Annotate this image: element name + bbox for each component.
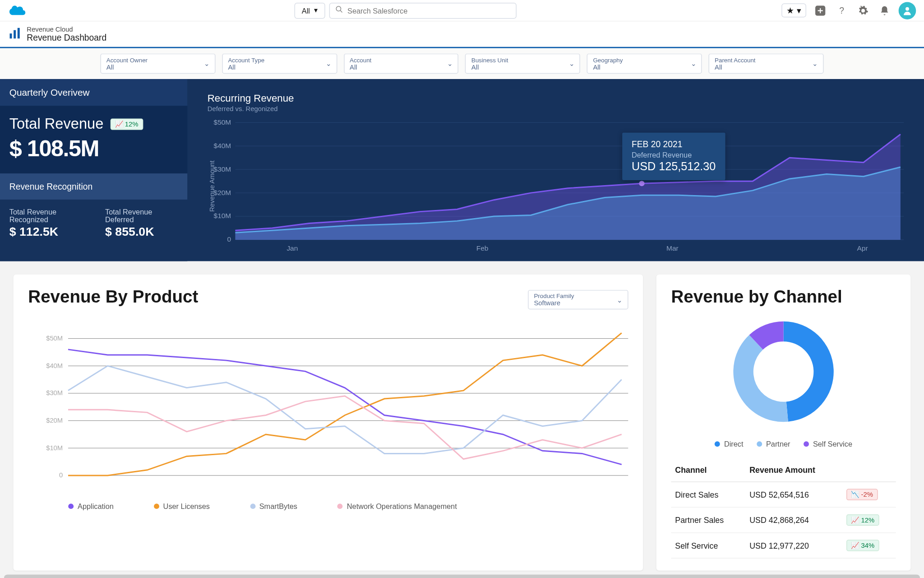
total-revenue-value: $ 108.5M bbox=[9, 135, 178, 162]
chevron-down-icon: ⌄ bbox=[812, 60, 818, 67]
trend-up-icon: 📈 bbox=[115, 120, 123, 127]
total-revenue-card: Total Revenue 📈 12% $ 108.5M bbox=[0, 106, 187, 173]
total-revenue-label: Total Revenue bbox=[9, 115, 104, 133]
svg-point-0 bbox=[337, 6, 341, 11]
filter-account-owner[interactable]: Account OwnerAll⌄ bbox=[100, 54, 215, 74]
bell-icon[interactable] bbox=[877, 3, 892, 18]
chevron-down-icon: ⌄ bbox=[617, 296, 622, 303]
legend-item[interactable]: Network Operations Management bbox=[337, 502, 457, 510]
add-icon[interactable] bbox=[813, 3, 828, 18]
legend-item[interactable]: SmartBytes bbox=[250, 502, 297, 510]
trend-up-icon: 📈 bbox=[851, 542, 859, 549]
svg-text:$50M: $50M bbox=[46, 335, 63, 342]
legend-item[interactable]: Self Service bbox=[804, 440, 852, 448]
svg-text:Jan: Jan bbox=[286, 244, 298, 252]
svg-text:Revenue Amount: Revenue Amount bbox=[208, 160, 216, 212]
metric-deferred-value: $ 855.0K bbox=[105, 225, 178, 239]
filter-value: Software bbox=[534, 299, 622, 307]
search-scope-label: All bbox=[302, 6, 310, 14]
gear-icon[interactable] bbox=[856, 3, 871, 18]
global-header: All ▾ ★ ▾ ? bbox=[0, 0, 924, 21]
tooltip-date: FEB 20 2021 bbox=[632, 139, 716, 149]
filter-geography[interactable]: GeographyAll⌄ bbox=[587, 54, 702, 74]
recurring-revenue-chart[interactable]: 0$10M$20M$30M$40M$50MRevenue AmountJanFe… bbox=[208, 119, 904, 253]
svg-text:Mar: Mar bbox=[666, 244, 679, 252]
recurring-chart-title: Recurring Revenue bbox=[208, 93, 904, 104]
svg-text:0: 0 bbox=[59, 471, 63, 479]
hero-section: Quarterly Overivew Total Revenue 📈 12% $… bbox=[0, 79, 924, 261]
trend-value: 12% bbox=[125, 120, 139, 127]
legend-item[interactable]: Direct bbox=[715, 440, 743, 448]
chevron-down-icon: ⌄ bbox=[691, 60, 696, 67]
chevron-down-icon: ⌄ bbox=[204, 60, 209, 67]
trend-badge: 📉 -2% bbox=[846, 489, 878, 500]
channel-chart-title: Revenue by Channel bbox=[671, 287, 896, 308]
star-icon: ★ bbox=[786, 5, 795, 15]
chart-tooltip: FEB 20 2021 Deferred Revenue USD 125,512… bbox=[622, 133, 725, 180]
svg-rect-4 bbox=[10, 33, 12, 38]
table-row: Self ServiceUSD 12,977,220📈 34% bbox=[671, 533, 896, 558]
tooltip-series: Deferred Revenue bbox=[632, 151, 716, 159]
table-row: Partner SalesUSD 42,868,264📈 12% bbox=[671, 507, 896, 532]
horizontal-scrollbar[interactable] bbox=[4, 574, 920, 578]
chevron-down-icon: ⌄ bbox=[447, 60, 453, 67]
page-title: Revenue Dashboard bbox=[27, 33, 106, 43]
dashboard-icon bbox=[8, 27, 22, 42]
channel-donut-chart[interactable]: DirectPartnerSelf Service bbox=[671, 312, 896, 448]
trend-down-icon: 📉 bbox=[851, 491, 859, 498]
svg-text:0: 0 bbox=[227, 236, 231, 243]
channel-table: Channel Revenue Amount Direct SalesUSD 5… bbox=[671, 459, 896, 559]
svg-text:$10M: $10M bbox=[214, 212, 231, 220]
metric-recognized-value: $ 112.5K bbox=[9, 225, 92, 239]
channel-legend: DirectPartnerSelf Service bbox=[715, 440, 852, 448]
col-amount: Revenue Amount bbox=[745, 459, 842, 482]
chevron-down-icon: ⌄ bbox=[569, 60, 574, 67]
product-chart[interactable]: 0$10M$20M$30M$40M$50M bbox=[28, 322, 628, 496]
filter-label: Product Family bbox=[534, 293, 622, 299]
trend-badge: 📈 12% bbox=[110, 118, 143, 130]
svg-text:$40M: $40M bbox=[46, 362, 63, 369]
svg-text:$30M: $30M bbox=[214, 165, 231, 173]
filter-business-unit[interactable]: Business UnitAll⌄ bbox=[465, 54, 580, 74]
hero-chart-panel: Recurring Revenue Deferred vs. Regonized… bbox=[187, 79, 924, 261]
search-icon bbox=[335, 5, 343, 15]
filter-parent-account[interactable]: Parent AccountAll⌄ bbox=[709, 54, 824, 74]
table-row: Direct SalesUSD 52,654,516📉 -2% bbox=[671, 482, 896, 507]
salesforce-cloud-icon bbox=[8, 3, 27, 18]
revenue-by-channel-card: Revenue by Channel DirectPartnerSelf Ser… bbox=[656, 275, 911, 570]
svg-rect-5 bbox=[14, 30, 16, 38]
svg-text:$10M: $10M bbox=[46, 444, 63, 452]
chevron-down-icon: ⌄ bbox=[326, 60, 331, 67]
revenue-recognition-tab[interactable]: Revenue Recognition bbox=[0, 173, 187, 200]
caret-down-icon: ▾ bbox=[797, 5, 801, 15]
legend-item[interactable]: User Licenses bbox=[154, 502, 210, 510]
svg-text:Feb: Feb bbox=[476, 244, 489, 252]
metric-deferred-label: Total Revenue Deferred bbox=[105, 208, 178, 224]
app-name: Revenue Cloud bbox=[27, 25, 106, 33]
tooltip-value: USD 125,512.30 bbox=[632, 160, 716, 173]
filter-account[interactable]: AccountAll⌄ bbox=[344, 54, 459, 74]
search-scope-dropdown[interactable]: All ▾ bbox=[295, 2, 326, 19]
user-avatar[interactable] bbox=[899, 2, 916, 19]
svg-text:$20M: $20M bbox=[46, 417, 63, 424]
trend-badge: 📈 34% bbox=[846, 540, 879, 551]
svg-point-3 bbox=[906, 7, 909, 10]
page-header: Revenue Cloud Revenue Dashboard bbox=[0, 21, 924, 48]
product-legend: ApplicationUser LicensesSmartBytesNetwor… bbox=[28, 502, 628, 510]
product-family-filter[interactable]: Product Family Software ⌄ bbox=[528, 290, 628, 309]
favorites-button[interactable]: ★ ▾ bbox=[781, 3, 806, 17]
recurring-chart-subtitle: Deferred vs. Regonized bbox=[208, 105, 904, 112]
help-icon[interactable]: ? bbox=[834, 3, 849, 18]
global-search[interactable] bbox=[329, 2, 517, 19]
svg-text:Apr: Apr bbox=[857, 244, 868, 252]
revenue-by-product-card: Revenue By Product Product Family Softwa… bbox=[14, 275, 643, 570]
filters-bar: Account OwnerAll⌄Account TypeAll⌄Account… bbox=[0, 48, 924, 79]
filter-account-type[interactable]: Account TypeAll⌄ bbox=[222, 54, 337, 74]
legend-item[interactable]: Partner bbox=[757, 440, 790, 448]
svg-text:$20M: $20M bbox=[214, 189, 231, 196]
legend-item[interactable]: Application bbox=[68, 502, 114, 510]
search-input[interactable] bbox=[347, 6, 511, 14]
svg-point-24 bbox=[639, 181, 644, 186]
svg-text:$50M: $50M bbox=[214, 119, 231, 126]
trend-badge: 📈 12% bbox=[846, 514, 879, 526]
